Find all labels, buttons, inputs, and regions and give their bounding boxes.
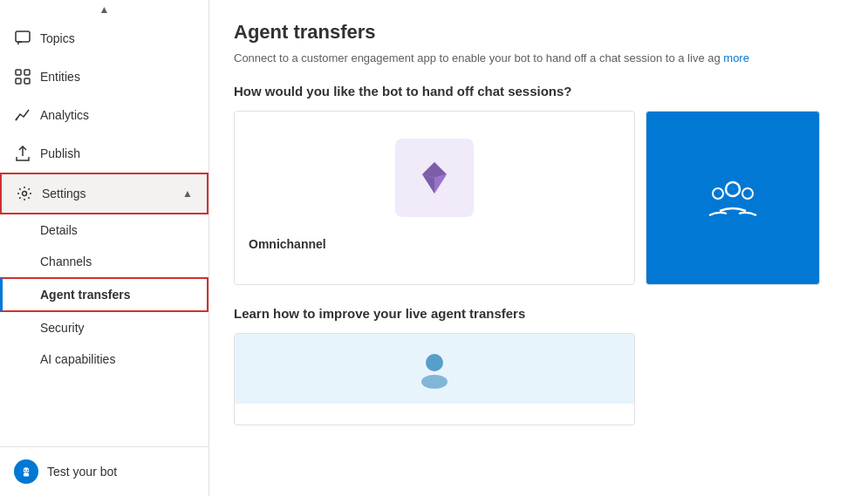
sidebar-item-settings[interactable]: Settings ▲ [0, 173, 208, 214]
section1-title: How would you like the bot to hand off c… [234, 84, 844, 99]
main-content: Agent transfers Connect to a customer en… [209, 0, 868, 496]
section2-title: Learn how to improve your live agent tra… [234, 306, 844, 321]
sidebar: ▲ Topics Entities [0, 0, 209, 496]
sidebar-subitem-agent-transfers-label: Agent transfers [40, 288, 130, 302]
page-title: Agent transfers [234, 21, 844, 44]
page-subtitle: Connect to a customer engagement app to … [234, 51, 844, 66]
sidebar-nav: Topics Entities Analytics [0, 19, 208, 446]
learn-cards-row [234, 333, 844, 425]
svg-rect-2 [24, 70, 30, 75]
sidebar-item-publish[interactable]: Publish [0, 134, 208, 173]
svg-point-5 [23, 192, 27, 196]
svg-point-18 [426, 354, 443, 371]
sidebar-item-entities-label: Entities [40, 70, 195, 84]
svg-point-8 [24, 470, 26, 472]
sidebar-subitem-details[interactable]: Details [0, 214, 208, 246]
custom-engagement-card[interactable] [646, 111, 820, 285]
omnichannel-icon-area [249, 126, 620, 230]
upload-icon [14, 145, 31, 162]
learn-card-1-body [235, 404, 634, 425]
subtitle-text: Connect to a customer engagement app to … [234, 51, 721, 65]
svg-rect-0 [16, 31, 30, 42]
test-your-bot-label: Test your bot [47, 465, 117, 479]
svg-rect-3 [16, 78, 21, 84]
sidebar-subitem-security[interactable]: Security [0, 312, 208, 343]
omnichannel-card[interactable]: Omnichannel [234, 111, 635, 285]
comment-icon [14, 30, 31, 47]
scroll-up-arrow[interactable]: ▲ [0, 0, 208, 19]
sidebar-item-topics[interactable]: Topics [0, 19, 208, 58]
svg-rect-7 [24, 473, 29, 477]
gear-icon [16, 185, 33, 202]
sidebar-subitem-ai-capabilities-label: AI capabilities [40, 352, 115, 366]
chevron-up-icon: ▲ [182, 187, 193, 200]
option-cards-row: Omnichannel [234, 111, 844, 285]
svg-point-17 [742, 188, 753, 199]
test-your-bot-item[interactable]: Test your bot [0, 447, 208, 496]
svg-rect-4 [24, 78, 30, 84]
svg-point-16 [713, 188, 723, 199]
sidebar-subitem-details-label: Details [40, 223, 78, 237]
learn-card-1[interactable] [234, 333, 635, 425]
svg-rect-1 [16, 70, 21, 75]
sidebar-item-analytics-label: Analytics [40, 108, 195, 122]
sidebar-item-publish-label: Publish [40, 146, 195, 160]
svg-point-9 [27, 470, 29, 472]
bot-icon [14, 459, 38, 484]
sidebar-subitem-channels-label: Channels [40, 255, 92, 268]
sidebar-bottom: Test your bot [0, 446, 208, 496]
sidebar-item-analytics[interactable]: Analytics [0, 96, 208, 134]
sidebar-subitem-ai-capabilities[interactable]: AI capabilities [0, 343, 208, 375]
omnichannel-logo [395, 139, 474, 217]
sidebar-item-entities[interactable]: Entities [0, 58, 208, 96]
more-link[interactable]: more [723, 51, 749, 65]
custom-hub-icon-area [702, 167, 763, 228]
sidebar-subitem-agent-transfers[interactable]: Agent transfers [0, 277, 208, 312]
chart-icon [14, 106, 31, 124]
sidebar-subitem-channels[interactable]: Channels [0, 246, 208, 277]
grid-icon [14, 68, 31, 85]
sidebar-item-topics-label: Topics [40, 31, 195, 45]
svg-point-15 [726, 182, 740, 196]
sidebar-item-settings-label: Settings [42, 187, 182, 200]
sidebar-subitem-security-label: Security [40, 321, 85, 335]
learn-card-1-image [235, 334, 634, 404]
svg-point-19 [421, 375, 448, 389]
omnichannel-card-label: Omnichannel [249, 237, 620, 251]
